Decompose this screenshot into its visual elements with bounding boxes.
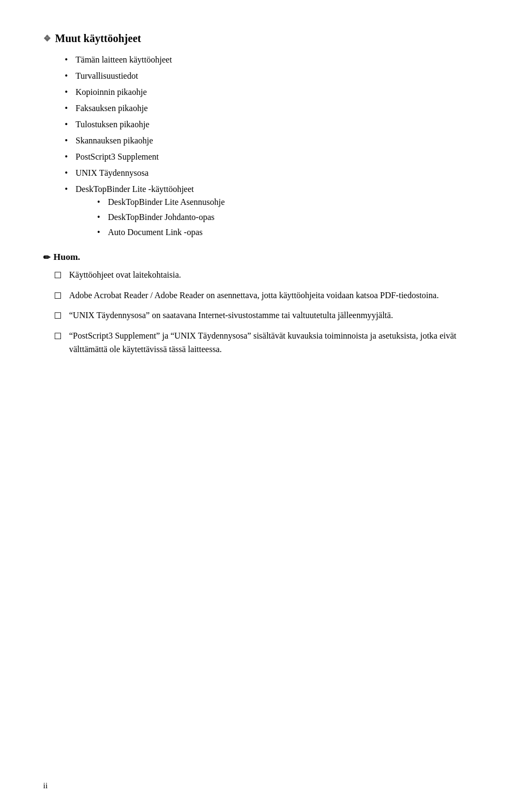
note-heading: ✏ Huom. [43, 252, 475, 263]
list-item: Skannauksen pikaohje [65, 134, 475, 147]
list-item: Faksauksen pikaohje [65, 102, 475, 115]
note-title: Huom. [53, 252, 80, 263]
list-item: Tämän laitteen käyttöohjeet [65, 53, 475, 66]
note-section: ✏ Huom. Käyttöohjeet ovat laitekohtaisia… [43, 252, 475, 356]
list-item: PostScript3 Supplement [65, 150, 475, 163]
list-item: DeskTopBinder Lite -käyttöohjeet DeskTop… [65, 183, 475, 239]
list-item: Auto Document Link -opas [97, 226, 475, 239]
main-bullet-list: Tämän laitteen käyttöohjeet Turvallisuus… [65, 53, 475, 239]
checkbox-item: Adobe Acrobat Reader / Adobe Reader on a… [54, 288, 475, 302]
list-item: DeskTopBinder Johdanto-opas [97, 211, 475, 224]
main-content: ❖ Muut käyttöohjeet Tämän laitteen käytt… [43, 32, 475, 356]
list-item: Turvallisuustiedot [65, 70, 475, 82]
list-item: UNIX Täydennysosa [65, 167, 475, 180]
checkbox-item: “PostScript3 Supplement” ja “UNIX Täyden… [54, 329, 475, 356]
section-title: Muut käyttöohjeet [55, 32, 141, 45]
list-item: DeskTopBinder Lite Asennusohje [97, 196, 475, 209]
section-heading: ❖ Muut käyttöohjeet [43, 32, 475, 45]
checkbox-item: “UNIX Täydennysosa” on saatavana Interne… [54, 308, 475, 322]
checkbox-list: Käyttöohjeet ovat laitekohtaisia. Adobe … [54, 268, 475, 356]
page-number: ii [43, 781, 47, 790]
pencil-icon: ✏ [43, 252, 50, 263]
checkbox-item: Käyttöohjeet ovat laitekohtaisia. [54, 268, 475, 282]
list-item: Kopioinnin pikaohje [65, 86, 475, 99]
list-item: Tulostuksen pikaohje [65, 118, 475, 131]
diamond-icon: ❖ [43, 33, 51, 44]
sub-bullet-list: DeskTopBinder Lite Asennusohje DeskTopBi… [97, 196, 475, 239]
